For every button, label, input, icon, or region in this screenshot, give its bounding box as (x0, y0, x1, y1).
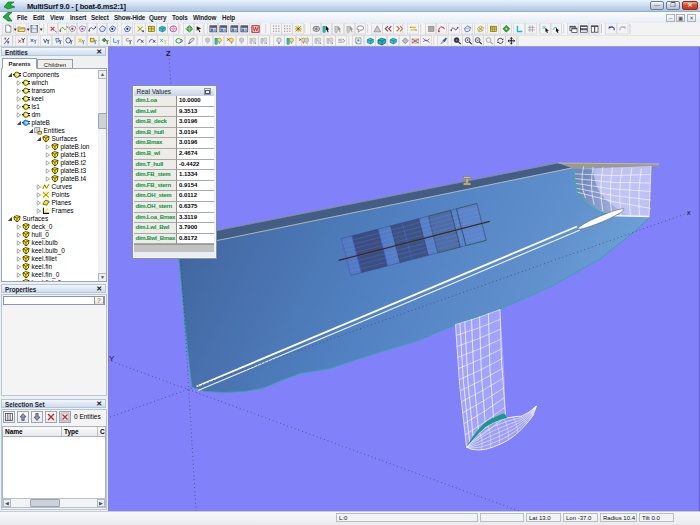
svg-text:W: W (253, 26, 259, 32)
svg-text:Y: Y (109, 354, 115, 363)
svg-text:x: x (687, 208, 691, 217)
svg-text:Z: Z (166, 49, 171, 58)
